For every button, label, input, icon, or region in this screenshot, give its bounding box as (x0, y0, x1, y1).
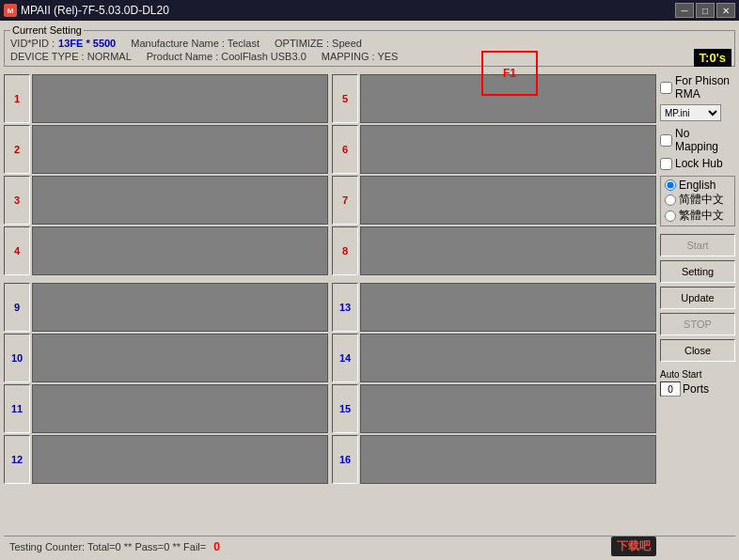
port-display-7 (360, 176, 656, 225)
port-btn-4[interactable]: 4 (4, 226, 30, 275)
ports-area: 1 2 3 4 (4, 74, 656, 536)
mapping-item: MAPPING : YES (322, 51, 399, 62)
device-type-item: DEVICE TYPE : NORMAL (10, 51, 132, 62)
ports-grid: 1 2 3 4 (4, 74, 656, 536)
left-port-column: 1 2 3 4 (4, 74, 328, 536)
port-btn-6[interactable]: 6 (332, 125, 358, 174)
f1-box: F1 (481, 51, 538, 96)
vid-pid-item: VID*PID : 13FE * 5500 (10, 38, 116, 49)
port-btn-7[interactable]: 7 (332, 176, 358, 225)
watermark: 下载吧 (611, 537, 656, 556)
no-mapping-checkbox[interactable] (660, 134, 672, 147)
port-display-14 (360, 334, 656, 382)
port-display-16 (360, 435, 656, 484)
port-row-10: 10 (4, 334, 328, 382)
no-mapping-label: No Mapping (675, 127, 735, 153)
right-port-column: 5 6 7 8 (332, 74, 656, 536)
timer-display: T:0's (694, 49, 731, 67)
manufacture-item: Manufacture Name : Teclast (131, 38, 259, 49)
ports-label: Ports (683, 382, 709, 396)
port-display-9 (32, 283, 328, 332)
close-button[interactable]: Close (660, 339, 735, 362)
window-title: MPAII (Rel)-7F-5.03.0D-DL20 (21, 4, 169, 17)
port-row-9: 9 (4, 283, 328, 332)
port-btn-14[interactable]: 14 (332, 334, 358, 382)
port-row-3: 3 (4, 176, 328, 225)
ini-dropdown[interactable]: MP.ini (660, 104, 721, 121)
port-row-4: 4 (4, 226, 328, 275)
port-row-13: 13 (332, 283, 656, 332)
simplified-label: 简體中文 (679, 192, 724, 208)
port-row-2: 2 (4, 125, 328, 174)
setting-row-2: DEVICE TYPE : NORMAL Product Name : Cool… (10, 51, 729, 62)
lock-hub-row: Lock Hub (660, 157, 735, 170)
simplified-radio-row: 简體中文 (665, 192, 731, 208)
port-display-4 (32, 226, 328, 275)
port-btn-2[interactable]: 2 (4, 125, 30, 174)
port-btn-9[interactable]: 9 (4, 283, 30, 332)
manufacture-label: Manufacture Name : Teclast (131, 38, 259, 49)
fail-value: 0 (213, 540, 220, 553)
current-setting-group: Current Setting VID*PID : 13FE * 5500 Ma… (4, 24, 735, 67)
maximize-button[interactable]: □ (696, 3, 715, 18)
minimize-button[interactable]: ─ (675, 3, 694, 18)
testing-counter: Testing Counter: Total=0 ** Pass=0 ** Fa… (9, 541, 206, 552)
close-window-button[interactable]: ✕ (716, 3, 735, 18)
port-btn-1[interactable]: 1 (4, 74, 30, 123)
no-mapping-row: No Mapping (660, 127, 735, 153)
port-display-11 (32, 384, 328, 433)
for-phison-label: For Phison RMA (675, 74, 735, 101)
english-label: English (679, 179, 715, 192)
port-btn-13[interactable]: 13 (332, 283, 358, 332)
lock-hub-checkbox[interactable] (660, 158, 672, 170)
traditional-radio[interactable] (665, 210, 676, 222)
setting-row-1: VID*PID : 13FE * 5500 Manufacture Name :… (10, 38, 729, 49)
title-bar: M MPAII (Rel)-7F-5.03.0D-DL20 ─ □ ✕ (0, 0, 739, 21)
product-name-item: Product Name : CoolFlash USB3.0 (147, 51, 307, 62)
port-display-2 (32, 125, 328, 174)
port-btn-8[interactable]: 8 (332, 226, 358, 275)
port-btn-11[interactable]: 11 (4, 384, 30, 433)
lock-hub-label: Lock Hub (675, 157, 723, 170)
right-panel: For Phison RMA MP.ini No Mapping Lock Hu… (660, 74, 735, 536)
ini-dropdown-row: MP.ini (660, 104, 735, 121)
port-btn-16[interactable]: 16 (332, 435, 358, 484)
port-btn-10[interactable]: 10 (4, 334, 30, 382)
port-display-15 (360, 384, 656, 433)
content-area: 1 2 3 4 (4, 74, 735, 536)
top-section: Current Setting VID*PID : 13FE * 5500 Ma… (4, 24, 735, 70)
english-radio[interactable] (665, 179, 676, 191)
port-display-1 (32, 74, 328, 123)
port-btn-12[interactable]: 12 (4, 435, 30, 484)
for-phison-checkbox[interactable] (660, 82, 672, 94)
current-setting-legend: Current Setting (10, 24, 84, 36)
simplified-radio[interactable] (665, 194, 676, 206)
f1-label: F1 (503, 67, 516, 80)
stop-button[interactable]: STOP (660, 313, 735, 335)
auto-start-input[interactable]: 0 (660, 381, 681, 397)
for-phison-row: For Phison RMA (660, 74, 735, 101)
port-row-11: 11 (4, 384, 328, 433)
update-button[interactable]: Update (660, 287, 735, 309)
product-name-label: Product Name : CoolFlash USB3.0 (147, 51, 307, 62)
auto-start-label: Auto Start (660, 369, 735, 380)
setting-button[interactable]: Setting (660, 260, 735, 283)
english-radio-row: English (665, 179, 731, 192)
port-btn-5[interactable]: 5 (332, 74, 358, 123)
start-button[interactable]: Start (660, 234, 735, 257)
port-display-13 (360, 283, 656, 332)
optimize-label: OPTIMIZE : Speed (275, 38, 362, 49)
port-row-16: 16 (332, 435, 656, 484)
port-display-3 (32, 176, 328, 225)
vid-pid-value: 13FE * 5500 (58, 38, 116, 49)
port-display-8 (360, 226, 656, 275)
device-type-label: DEVICE TYPE : NORMAL (10, 51, 132, 62)
port-btn-3[interactable]: 3 (4, 176, 30, 225)
traditional-label: 繁體中文 (679, 208, 724, 224)
main-container: Current Setting VID*PID : 13FE * 5500 Ma… (0, 21, 739, 560)
app-icon: M (4, 4, 17, 17)
auto-start-row: 0 Ports (660, 381, 735, 397)
port-row-14: 14 (332, 334, 656, 382)
port-btn-15[interactable]: 15 (332, 384, 358, 433)
port-display-12 (32, 435, 328, 484)
